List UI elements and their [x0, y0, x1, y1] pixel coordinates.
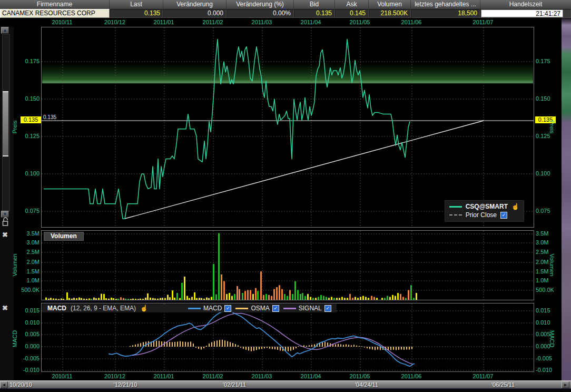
volume-chart-panel[interactable]: Volumen [41, 230, 534, 300]
axis-tick-label: 500.0K [536, 286, 561, 293]
osma-histogram-bar [372, 347, 373, 349]
month-label: 2010/12 [98, 19, 132, 25]
volume-bar [365, 297, 367, 300]
scrollbar-date-label[interactable]: '06/25/11 [482, 381, 524, 389]
volume-bar [312, 298, 314, 300]
volume-bar [265, 294, 267, 300]
macd-chart[interactable] [42, 303, 534, 371]
last-price-cell: 0.135 [110, 9, 163, 18]
column-header-change-pct[interactable]: Veränderung (%) [227, 0, 294, 9]
close-macd-panel-icon[interactable]: ✖ [2, 305, 8, 311]
column-header-ask[interactable]: Ask [335, 0, 369, 9]
osma-line-swatch [235, 308, 248, 309]
column-header-trade-time[interactable]: Handelszeit [480, 0, 571, 9]
volume-panel-title[interactable]: Volumen [44, 232, 84, 241]
volume-bar [115, 299, 117, 300]
volume-bar [186, 296, 188, 300]
volume-bar [201, 298, 202, 300]
osma-histogram-bar [180, 341, 181, 347]
volume-bar [73, 298, 75, 300]
volume-bar [289, 290, 291, 300]
scroll-right-button[interactable]: ► [562, 381, 569, 388]
volume-bar [323, 296, 324, 300]
price-chart-panel[interactable]: 0.135 CSQ@SMART ☝ Prior Close ✓ [41, 27, 534, 228]
close-volume-panel-icon[interactable]: ✖ [2, 231, 8, 238]
axis-tick-label: 2.0M [14, 258, 41, 266]
osma-histogram-bar [311, 345, 312, 347]
osma-legend-item[interactable]: OSMA ✓ [235, 305, 279, 312]
volume-bar [408, 290, 409, 300]
osma-histogram-bar [209, 344, 210, 347]
volume-bar [117, 299, 119, 300]
volume-bar [397, 293, 399, 300]
vertical-scrollbar-track[interactable] [2, 34, 10, 211]
trend-line[interactable] [125, 121, 484, 219]
scroll-left-button[interactable]: ◄ [0, 381, 8, 388]
scrollbar-date-label[interactable]: '12/21/10 [104, 381, 146, 389]
osma-histogram-bar [235, 344, 236, 347]
axis-title-volumen: Volumen [549, 241, 555, 289]
osma-histogram-bar [130, 346, 131, 347]
month-label: 2011/04 [294, 373, 328, 379]
signal-legend-item[interactable]: SIGNAL ✓ [283, 305, 331, 312]
osma-histogram-bar [256, 347, 257, 350]
quote-header-row: Firmenname Last Veränderung Veränderung … [0, 0, 571, 9]
trade-time-value[interactable]: 21:41:27 [481, 9, 563, 17]
osma-histogram-bar [361, 346, 362, 347]
month-label: 2011/03 [245, 19, 279, 25]
volume-bar [199, 298, 200, 300]
scroll-up-button[interactable]: ▲ [1, 27, 9, 34]
axis-tick-label: -0.010 [536, 366, 561, 374]
column-header-last-size[interactable]: letztes gehandeltes ... [411, 0, 480, 9]
osma-histogram-bar [367, 347, 368, 348]
volume-bar [242, 293, 243, 300]
unlock-icon[interactable] [2, 217, 10, 229]
legend-row-prior-close[interactable]: Prior Close ✓ [449, 211, 519, 219]
osma-histogram-bar [216, 340, 218, 347]
scrollbar-date-label[interactable]: 10/20/10 [9, 381, 52, 389]
volume-bar [120, 297, 122, 300]
osma-histogram-bar [401, 347, 402, 349]
osma-histogram-bar [293, 347, 294, 350]
volume-bar [271, 296, 272, 300]
legend-row-symbol[interactable]: CSQ@SMART ☝ [449, 202, 519, 211]
osma-checkbox[interactable]: ✓ [272, 305, 279, 312]
company-name-cell[interactable]: CANAMEX RESOURCES CORP [0, 9, 110, 18]
scrollbar-date-label[interactable]: '04/24/11 [346, 381, 388, 389]
macd-legend-item[interactable]: MACD ✓ [188, 305, 231, 312]
osma-histogram-bar [393, 347, 394, 350]
horizontal-scrollbar[interactable]: ◄ ► 10/20/10'12/21/10'02/21/11'04/24/11'… [0, 380, 571, 388]
column-header-volume[interactable]: Volumen [369, 0, 411, 9]
price-chart[interactable] [42, 27, 534, 227]
volume-bar [268, 295, 270, 300]
volume-bar [83, 299, 85, 300]
osma-histogram-bar [353, 345, 355, 347]
column-header-bid[interactable]: Bid [294, 0, 335, 9]
column-header-firmenname[interactable]: Firmenname [0, 0, 110, 9]
volume-chart[interactable] [42, 231, 534, 300]
right-range-strip[interactable] [562, 18, 571, 380]
osma-histogram-bar [335, 344, 336, 347]
volume-bar [304, 296, 306, 300]
volume-bar [189, 298, 190, 300]
column-header-change[interactable]: Veränderung [163, 0, 227, 9]
vertical-scrollbar-thumb[interactable] [3, 91, 8, 156]
axis-tick-label: 0.125 [536, 132, 561, 140]
axis-tick-label: 0.150 [536, 95, 561, 102]
macd-checkbox[interactable]: ✓ [224, 305, 231, 312]
macd-chart-panel[interactable]: MACD (12, 26, 9 - EMA, EMA) ☝ MACD ✓ OSM… [41, 303, 534, 372]
osma-histogram-bar [245, 347, 247, 350]
signal-checkbox[interactable]: ✓ [324, 305, 331, 312]
column-header-last[interactable]: Last [110, 0, 163, 9]
osma-histogram-bar [185, 342, 186, 347]
osma-histogram-bar [277, 347, 278, 350]
volume-bar [88, 298, 90, 300]
volume-bar [86, 299, 87, 300]
prior-close-checkbox[interactable]: ✓ [500, 212, 507, 219]
volume-bar [244, 291, 246, 300]
scrollbar-date-label[interactable]: '02/21/11 [213, 381, 255, 389]
osma-histogram-bar [324, 342, 326, 347]
month-label: 2011/05 [343, 373, 377, 379]
price-line-series[interactable] [44, 39, 410, 219]
volume-bar [154, 298, 156, 300]
